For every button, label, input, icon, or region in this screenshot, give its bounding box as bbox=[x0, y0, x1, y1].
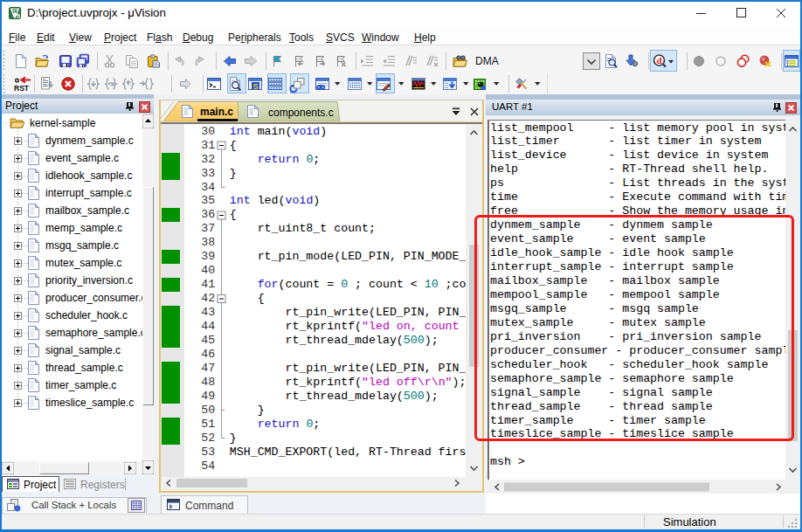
svg-text:RST: RST bbox=[14, 84, 30, 93]
svg-text:S: S bbox=[252, 82, 258, 91]
svg-text:5: 5 bbox=[17, 12, 20, 20]
svg-text:d: d bbox=[656, 55, 661, 66]
